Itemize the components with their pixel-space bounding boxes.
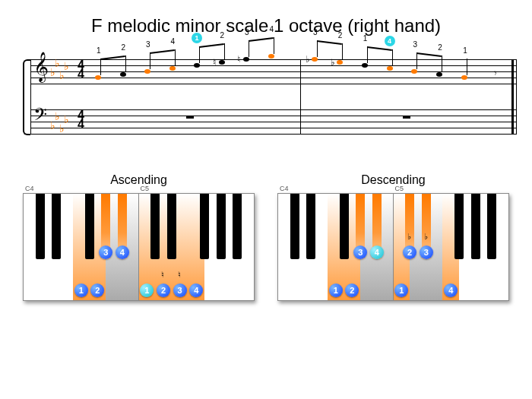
- finger-bubble: 1: [74, 283, 88, 297]
- octave-label: C4: [25, 185, 34, 192]
- accidental-label: ♮: [161, 270, 164, 280]
- barline-start: [30, 59, 31, 134]
- stem: [224, 43, 225, 60]
- grand-staff-brace: [23, 59, 30, 135]
- finger-bubble: 4: [116, 245, 129, 259]
- accidental-label: ♮: [178, 270, 181, 280]
- octave-label: C5: [395, 185, 404, 192]
- black-key-Gb5: [200, 194, 209, 259]
- fingering: 1: [97, 46, 101, 55]
- fingering: 2: [338, 31, 343, 40]
- octave-label: C5: [141, 185, 150, 192]
- black-key-Ab5: [217, 194, 226, 259]
- fingering: 2: [122, 43, 126, 52]
- black-key-Gb4: [340, 194, 349, 259]
- stem: [199, 46, 200, 63]
- stem: [274, 37, 274, 54]
- fingering: 3: [245, 28, 249, 36]
- fingering: 2: [438, 43, 442, 52]
- stem: [467, 59, 467, 75]
- finger-bubble: 1: [329, 283, 343, 297]
- accidental-Eb5: ♭: [306, 54, 310, 65]
- finger-bubble: 3: [420, 245, 433, 259]
- fingering: 4: [270, 25, 274, 33]
- note-F4: [95, 75, 101, 80]
- black-key-Db4: [290, 194, 299, 259]
- black-key-Bb5: [233, 194, 242, 259]
- stem: [342, 43, 343, 60]
- black-key-Db4: [36, 194, 45, 259]
- note-Eb5: [312, 57, 318, 62]
- barline-end: [516, 59, 517, 134]
- keyboard-descending: C4C512341234♭♭: [277, 193, 509, 301]
- black-key-Eb4: [52, 194, 61, 259]
- black-key-Gb4: [85, 194, 94, 259]
- note-Bb4: [387, 66, 393, 71]
- keyboard-descending-title: Descending: [277, 173, 509, 187]
- barline-middle: [300, 59, 301, 134]
- stem: [367, 46, 368, 63]
- note-Bb4: [169, 66, 176, 71]
- finger-bubble: 2: [157, 283, 170, 297]
- keyboard-descending-block: Descending C4C512341234♭♭: [277, 173, 509, 301]
- fingering: 1: [463, 46, 467, 55]
- accidental-label: ♭: [424, 232, 428, 242]
- beam: [416, 52, 442, 57]
- keyboard-ascending-title: Ascending: [23, 173, 255, 187]
- keyboard-ascending: C4C512341234♮♮: [23, 193, 255, 301]
- fingering: 3: [313, 28, 318, 36]
- stem: [416, 52, 417, 69]
- fingering: 3: [413, 40, 417, 49]
- stem: [125, 55, 126, 72]
- final-barline: [511, 59, 514, 134]
- bass-time-signature: 4 4: [78, 111, 84, 129]
- note-Ab4: [411, 69, 417, 74]
- stem: [392, 49, 393, 66]
- time-sig-bottom: 4: [78, 120, 84, 129]
- fingering: 4: [171, 37, 176, 46]
- note-F5: [268, 54, 274, 59]
- stem: [249, 40, 249, 57]
- bass-whole-rest-2: [403, 116, 410, 119]
- treble-clef-icon: 𝄞: [33, 53, 49, 79]
- beam: [367, 46, 392, 51]
- note-G4: [436, 72, 442, 77]
- treble-time-signature: 4 4: [78, 61, 84, 79]
- black-key-Ab5: [471, 194, 480, 259]
- stem: [317, 40, 318, 57]
- black-key-Bb5: [487, 194, 496, 259]
- beam: [199, 43, 224, 48]
- black-key-Eb5: [167, 194, 176, 259]
- finger-bubble: 3: [173, 283, 187, 297]
- keyboard-diagrams-row: Ascending C4C512341234♮♮ Descending C4C5…: [23, 173, 509, 301]
- stem: [175, 49, 176, 66]
- stem: [150, 52, 150, 69]
- note-C5: [194, 63, 200, 68]
- octave-label: C4: [280, 185, 289, 192]
- note-Db5: [337, 60, 343, 65]
- accidental-label: ♭: [407, 232, 411, 242]
- accidental-E5: ♮: [237, 54, 240, 65]
- keyboard-ascending-block: Ascending C4C512341234♮♮: [23, 173, 255, 301]
- stem: [100, 59, 101, 75]
- note-G4: [120, 72, 126, 77]
- fingering: 1: [363, 34, 368, 43]
- black-key-Eb4: [306, 194, 315, 259]
- fingering-circled: 4: [385, 36, 395, 46]
- fingering: 2: [220, 31, 225, 40]
- bass-clef-icon: 𝄢: [33, 106, 47, 128]
- note-Ab4: [144, 69, 150, 74]
- music-score: 𝄞 𝄢 ♭♭ ♭♭ ♭♭ ♭♭ 4 4 4 4 12341♮2♮34♭3♭214…: [15, 44, 517, 158]
- black-key-Db5: [150, 194, 160, 259]
- note-E5: [243, 57, 249, 62]
- black-key-Gb5: [454, 194, 464, 259]
- fingering: 3: [146, 40, 150, 49]
- stem: [442, 55, 442, 72]
- time-sig-bottom: 4: [78, 70, 84, 79]
- accidental-D5: ♮: [213, 57, 216, 68]
- beam: [150, 49, 175, 54]
- note-D5: [219, 60, 225, 65]
- accidental-Db5: ♭: [331, 57, 335, 68]
- fingering-circled: 1: [192, 33, 202, 43]
- finger-bubble: 4: [370, 245, 384, 259]
